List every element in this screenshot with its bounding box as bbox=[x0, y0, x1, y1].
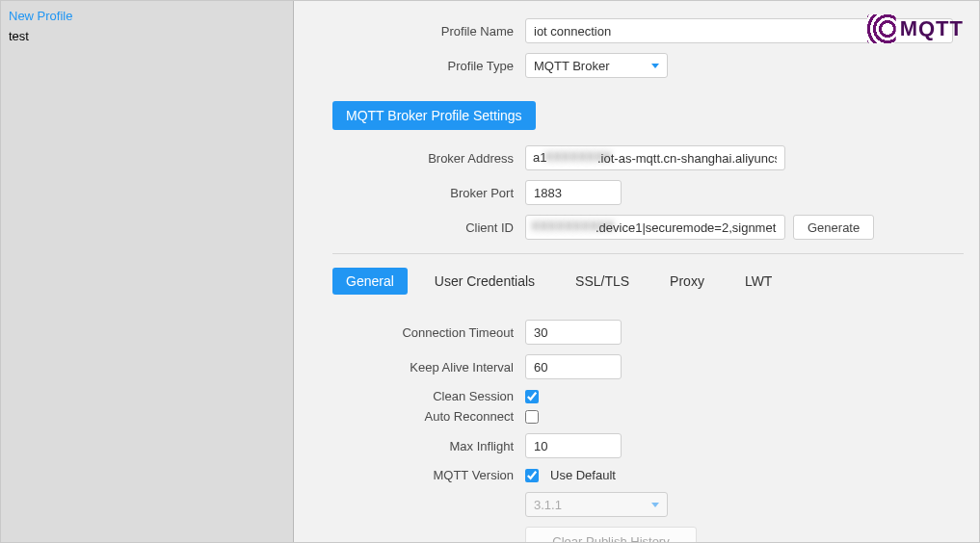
profile-type-label: Profile Type bbox=[332, 59, 525, 73]
connection-timeout-input[interactable] bbox=[525, 320, 622, 345]
clean-session-checkbox[interactable] bbox=[525, 390, 539, 403]
auto-reconnect-checkbox[interactable] bbox=[525, 410, 539, 424]
chevron-down-icon bbox=[651, 503, 659, 507]
profile-name-label: Profile Name bbox=[332, 24, 525, 39]
auto-reconnect-label: Auto Reconnect bbox=[332, 409, 525, 424]
max-inflight-label: Max Inflight bbox=[332, 439, 525, 453]
mqtt-logo: MQTT bbox=[867, 14, 964, 43]
client-id-redacted: XXXXXXXXXX bbox=[531, 219, 615, 233]
mqtt-version-use-default-label: Use Default bbox=[550, 468, 616, 482]
mqtt-version-use-default-checkbox[interactable] bbox=[525, 469, 539, 482]
mqtt-version-value: 3.1.1 bbox=[534, 498, 562, 512]
mqtt-logo-text: MQTT bbox=[900, 16, 964, 41]
max-inflight-input[interactable] bbox=[525, 433, 622, 458]
tab-proxy[interactable]: Proxy bbox=[656, 268, 718, 295]
broker-port-input[interactable] bbox=[525, 180, 622, 205]
tab-user-credentials[interactable]: User Credentials bbox=[421, 268, 548, 295]
tabs: General User Credentials SSL/TLS Proxy L… bbox=[332, 268, 964, 295]
client-id-label: Client ID bbox=[332, 220, 525, 235]
mqtt-logo-icon bbox=[867, 14, 896, 43]
mqtt-version-label: MQTT Version bbox=[332, 468, 525, 482]
keep-alive-label: Keep Alive Interval bbox=[332, 360, 525, 375]
tab-ssl-tls[interactable]: SSL/TLS bbox=[562, 268, 643, 295]
tab-general[interactable]: General bbox=[332, 268, 408, 295]
divider bbox=[332, 253, 964, 254]
keep-alive-input[interactable] bbox=[525, 354, 622, 379]
profile-type-value: MQTT Broker bbox=[534, 59, 610, 73]
sidebar: New Profile test bbox=[1, 1, 294, 542]
broker-port-label: Broker Port bbox=[332, 186, 525, 200]
app-window: New Profile test Profile Name MQTT Profi… bbox=[0, 0, 980, 543]
broker-address-redacted: XXXXXXXX bbox=[544, 149, 611, 164]
main-panel: Profile Name MQTT Profile Type MQTT Brok… bbox=[294, 1, 979, 542]
section-header[interactable]: MQTT Broker Profile Settings bbox=[332, 101, 536, 130]
profile-type-select[interactable]: MQTT Broker bbox=[525, 53, 668, 78]
generate-button[interactable]: Generate bbox=[793, 215, 874, 240]
connection-timeout-label: Connection Timeout bbox=[332, 325, 525, 340]
clear-publish-history-button[interactable]: Clear Publish History bbox=[525, 527, 697, 542]
broker-address-label: Broker Address bbox=[332, 151, 525, 166]
tab-lwt[interactable]: LWT bbox=[731, 268, 786, 295]
clean-session-label: Clean Session bbox=[332, 389, 525, 403]
mqtt-version-select: 3.1.1 bbox=[525, 492, 668, 517]
sidebar-profile-item[interactable]: test bbox=[9, 27, 285, 45]
chevron-down-icon bbox=[651, 64, 659, 68]
new-profile-link[interactable]: New Profile bbox=[9, 7, 285, 27]
